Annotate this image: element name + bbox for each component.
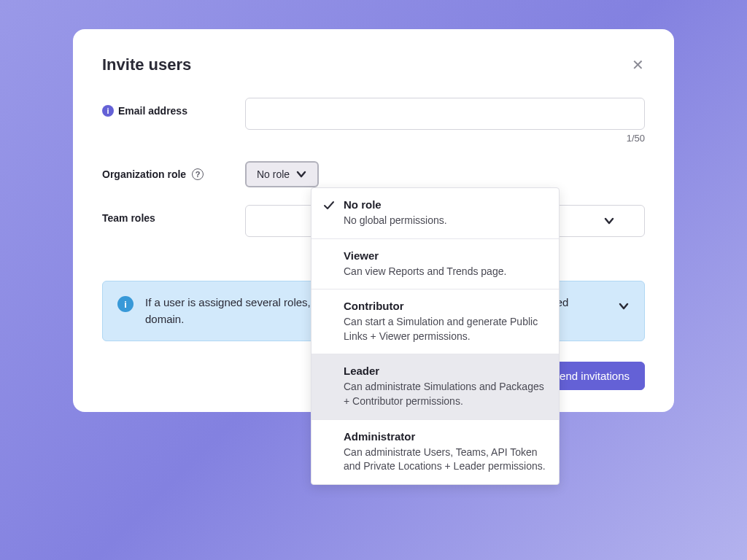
close-button[interactable]: ✕ — [630, 58, 645, 72]
org-role-dropdown: No role No global permissions. Viewer Ca… — [311, 187, 560, 485]
org-role-dropdown-trigger[interactable]: No role — [245, 161, 319, 187]
email-input-col: 1/50 — [245, 98, 645, 144]
role-desc: Can view Reports and Trends page. — [344, 265, 546, 279]
modal-title: Invite users — [102, 55, 191, 74]
chevron-down-icon — [618, 300, 630, 315]
role-desc: Can administrate Simulations and Package… — [344, 380, 546, 408]
email-field[interactable] — [245, 98, 645, 130]
email-counter: 1/50 — [245, 133, 645, 144]
role-desc: Can start a Simulation and generate Publ… — [344, 315, 546, 343]
role-title: Leader — [344, 365, 546, 377]
email-label-col: i Email address — [102, 98, 245, 117]
org-role-input-col: No role — [245, 161, 645, 187]
email-row: i Email address 1/50 — [102, 98, 645, 144]
close-icon: ✕ — [632, 57, 644, 73]
role-option-no-role[interactable]: No role No global permissions. — [311, 188, 559, 239]
team-roles-label: Team roles — [102, 212, 155, 224]
role-option-leader[interactable]: Leader Can administrate Simulations and … — [311, 354, 559, 419]
role-option-viewer[interactable]: Viewer Can view Reports and Trends page. — [311, 239, 559, 290]
org-role-row: Organization role ? No role — [102, 161, 645, 187]
role-title: Contributor — [344, 300, 546, 312]
help-icon[interactable]: ? — [192, 168, 204, 180]
role-desc: No global permissions. — [344, 214, 546, 228]
modal-header: Invite users ✕ — [102, 55, 645, 74]
role-title: Administrator — [344, 430, 546, 443]
team-roles-label-col: Team roles — [102, 205, 245, 224]
chevron-down-icon — [295, 168, 307, 180]
check-icon — [323, 200, 335, 214]
org-role-label-col: Organization role ? — [102, 161, 245, 180]
role-option-administrator[interactable]: Administrator Can administrate Users, Te… — [311, 420, 559, 484]
org-role-label: Organization role — [102, 168, 186, 180]
chevron-down-icon — [603, 215, 615, 227]
role-desc: Can administrate Users, Teams, API Token… — [344, 446, 546, 474]
email-label: Email address — [118, 105, 187, 117]
info-icon: i — [102, 105, 114, 117]
info-icon: i — [117, 296, 133, 312]
role-title: Viewer — [344, 249, 546, 262]
role-option-contributor[interactable]: Contributor Can start a Simulation and g… — [311, 289, 559, 354]
role-title: No role — [344, 198, 546, 211]
org-role-selected: No role — [257, 168, 290, 180]
